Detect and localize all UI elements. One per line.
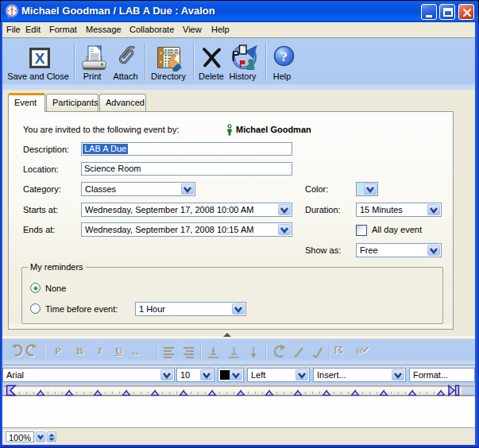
svg-text:?: ? — [280, 49, 288, 64]
svg-text:X: X — [35, 50, 45, 67]
